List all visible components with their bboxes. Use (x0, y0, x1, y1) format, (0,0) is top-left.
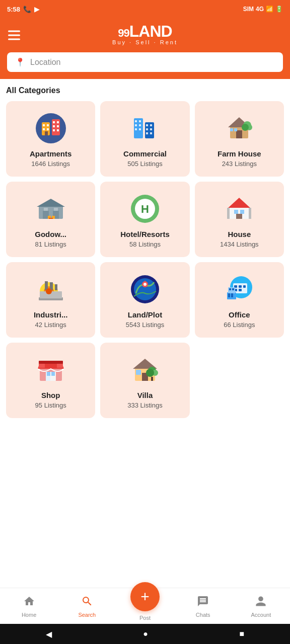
nav-search[interactable]: Search (58, 595, 116, 618)
svg-rect-9 (53, 125, 55, 127)
apartments-icon (35, 112, 67, 144)
chats-icon (197, 595, 209, 610)
account-icon (255, 595, 267, 610)
svg-rect-10 (57, 125, 59, 127)
section-title: All Categories (6, 86, 284, 95)
category-landplot[interactable]: Land/Plot 5543 Listings (100, 262, 189, 338)
svg-rect-78 (232, 288, 234, 290)
time-display: 5:58 (7, 6, 20, 13)
category-office[interactable]: Office 66 Listings (195, 262, 284, 338)
category-godown[interactable]: Godow... 81 Listings (6, 182, 95, 257)
category-industrial[interactable]: Industri... 42 Listings (6, 262, 95, 338)
svg-rect-71 (239, 285, 242, 288)
svg-rect-44 (49, 218, 53, 219)
categories-section: All Categories Apartments 1646 Lis (0, 79, 290, 425)
android-back[interactable]: ◀ (36, 626, 62, 642)
category-apartments[interactable]: Apartments 1646 Listings (6, 101, 95, 177)
svg-rect-59 (55, 284, 57, 290)
category-shop[interactable]: Shop 95 Listings (6, 343, 95, 418)
svg-rect-11 (53, 129, 55, 131)
godown-count: 81 Listings (35, 240, 66, 248)
svg-rect-74 (243, 285, 246, 288)
hotel-name: Hotel/Resorts (120, 230, 170, 238)
location-search-bar[interactable]: 📍 Location (7, 52, 283, 72)
category-house[interactable]: House 1434 Listings (195, 182, 284, 257)
youtube-icon: ▶ (34, 6, 39, 13)
android-recent[interactable]: ■ (230, 626, 255, 641)
svg-rect-5 (43, 128, 45, 130)
svg-rect-4 (47, 124, 49, 126)
android-home[interactable]: ● (133, 626, 158, 641)
industrial-count: 42 Listings (35, 321, 66, 329)
commercial-count: 505 Listings (127, 160, 162, 168)
svg-rect-26 (146, 132, 148, 134)
godown-name: Godow... (35, 230, 66, 238)
svg-point-62 (46, 288, 52, 294)
logo-main: 99LAND (118, 23, 172, 39)
svg-rect-69 (233, 283, 247, 293)
villa-count: 333 Listings (127, 401, 162, 409)
category-villa[interactable]: Villa 333 Listings (100, 343, 189, 418)
svg-rect-27 (150, 132, 152, 134)
4g-icon: 4G (256, 6, 264, 13)
svg-rect-87 (39, 361, 63, 364)
svg-rect-41 (54, 208, 58, 211)
svg-rect-13 (45, 131, 48, 135)
farmhouse-icon (223, 112, 255, 144)
svg-rect-16 (135, 120, 137, 122)
svg-rect-23 (150, 124, 152, 126)
nav-chats[interactable]: Chats (174, 595, 232, 618)
house-icon (223, 193, 255, 225)
commercial-icon (129, 112, 161, 144)
house-name: House (228, 230, 251, 238)
svg-rect-50 (234, 210, 238, 214)
status-right: SIM 4G 📶 🔋 (243, 6, 283, 13)
svg-rect-6 (47, 128, 49, 130)
industrial-icon (35, 273, 67, 305)
menu-button[interactable] (8, 31, 20, 40)
category-farmhouse[interactable]: Farm House 243 Listings (195, 101, 284, 177)
commercial-name: Commercial (123, 149, 167, 158)
svg-rect-79 (228, 293, 230, 297)
svg-marker-48 (227, 198, 251, 209)
svg-rect-80 (231, 293, 233, 297)
status-bar: 5:58 📞 ▶ SIM 4G 📶 🔋 (0, 0, 290, 18)
svg-rect-53 (227, 208, 230, 219)
category-hotel[interactable]: H Hotel/Resorts 58 Listings (100, 182, 189, 257)
search-icon (81, 595, 93, 610)
hotel-count: 58 Listings (129, 240, 161, 248)
landplot-name: Land/Plot (128, 310, 162, 319)
nav-home[interactable]: Home (0, 595, 58, 618)
category-commercial[interactable]: Commercial 505 Listings (100, 101, 189, 177)
industrial-name: Industri... (34, 310, 68, 319)
post-button[interactable]: + (130, 582, 160, 611)
apartments-name: Apartments (30, 149, 71, 158)
office-name: Office (229, 310, 250, 319)
villa-name: Villa (137, 391, 153, 399)
logo-sub: Buy · Sell · Rent (112, 39, 178, 45)
svg-rect-22 (146, 124, 148, 126)
shop-icon (35, 354, 67, 386)
svg-rect-98 (151, 377, 153, 381)
office-count: 66 Listings (224, 321, 255, 329)
sim-icon: SIM (243, 6, 254, 13)
svg-rect-21 (139, 128, 141, 130)
search-bar-container: 📍 Location (0, 52, 290, 79)
svg-point-67 (143, 283, 147, 286)
house-count: 1434 Listings (220, 240, 259, 248)
svg-rect-52 (236, 214, 242, 219)
nav-account[interactable]: Account (232, 595, 290, 618)
svg-rect-73 (239, 289, 242, 291)
shop-name: Shop (41, 391, 60, 399)
svg-text:H: H (141, 203, 149, 215)
villa-icon (129, 354, 161, 386)
categories-grid: Apartments 1646 Listings Commerc (6, 101, 284, 418)
chats-label: Chats (196, 612, 210, 618)
landplot-count: 5543 Listings (126, 321, 165, 329)
svg-point-97 (146, 369, 154, 377)
search-label: Search (78, 612, 96, 618)
nav-post[interactable]: + Post (116, 592, 174, 621)
svg-rect-92 (136, 370, 141, 375)
farmhouse-count: 243 Listings (222, 160, 257, 168)
office-icon (223, 273, 255, 305)
